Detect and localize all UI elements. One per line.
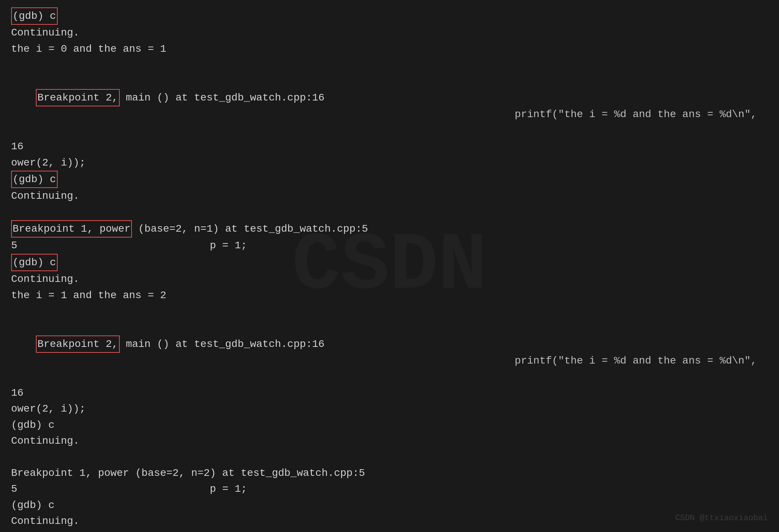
terminal-line: Breakpoint 2, main () at test_gdb_watch.…: [11, 73, 768, 139]
terminal-content: (gdb) c Continuing. the i = 0 and the an…: [11, 7, 768, 532]
highlighted-breakpoint: Breakpoint 1, power: [11, 220, 132, 238]
terminal-line: 5 p = 1;: [11, 238, 768, 253]
terminal-line: (gdb) c: [11, 254, 768, 271]
terminal-line: Breakpoint 1, power (base=2, n=1) at tes…: [11, 220, 768, 238]
terminal-line: Breakpoint 1, power (base=2, n=2) at tes…: [11, 465, 768, 481]
terminal-line: Continuing.: [11, 25, 768, 41]
terminal-line: 5 p = 1;: [11, 481, 768, 497]
highlighted-breakpoint: Breakpoint 2,: [36, 335, 119, 353]
terminal-line: Continuing.: [11, 188, 768, 204]
terminal-line: [11, 449, 768, 465]
right-code: printf("the i = %d and the ans = %d\n",: [515, 353, 757, 369]
terminal-line: the i = 1 and the ans = 2: [11, 287, 768, 303]
terminal-line: ower(2, i));: [11, 401, 768, 417]
highlighted-command: (gdb) c: [11, 171, 58, 188]
terminal-line: the i = 2 and the ans = 4: [11, 529, 768, 532]
terminal-line: Continuing.: [11, 433, 768, 449]
terminal-line: (gdb) c: [11, 171, 768, 188]
terminal-line: [11, 204, 768, 220]
terminal-line: Breakpoint 2, main () at test_gdb_watch.…: [11, 319, 768, 385]
terminal-line: the i = 0 and the ans = 1: [11, 41, 768, 57]
terminal-line: [11, 57, 768, 73]
terminal-line: ower(2, i));: [11, 155, 768, 171]
terminal-line: [11, 303, 768, 319]
highlighted-command: (gdb) c: [11, 254, 58, 271]
terminal-line: (gdb) c: [11, 7, 768, 25]
right-code: printf("the i = %d and the ans = %d\n",: [515, 106, 757, 122]
terminal-line: (gdb) c: [11, 417, 768, 433]
terminal-line: Continuing.: [11, 271, 768, 287]
terminal-line: (gdb) c: [11, 497, 768, 513]
terminal-line: Continuing.: [11, 513, 768, 529]
terminal-line: 16: [11, 139, 768, 154]
highlighted-breakpoint: Breakpoint 2,: [36, 89, 119, 106]
terminal-line: 16: [11, 385, 768, 401]
highlighted-command: (gdb) c: [11, 7, 58, 25]
